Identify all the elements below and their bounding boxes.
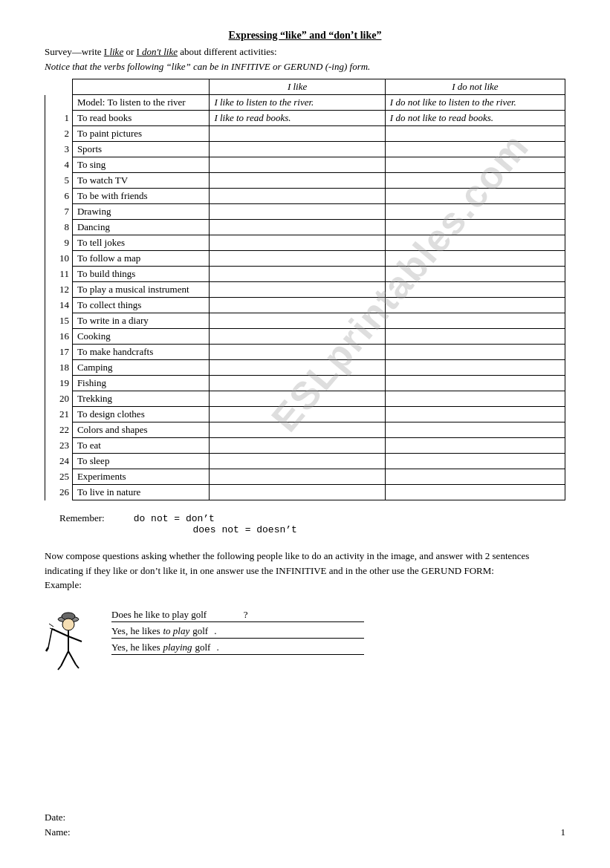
footer: Date: Name: — [45, 812, 565, 838]
table-row: 4To sing — [45, 157, 565, 173]
row-activity: Cooking — [72, 329, 210, 345]
row-activity: To tell jokes — [72, 235, 210, 251]
example-answer1-line: Yes, he likes to play golf. — [111, 625, 364, 639]
example-answer1-prefix: Yes, he likes — [111, 625, 160, 637]
row-activity: Camping — [72, 360, 210, 376]
model-idontlike: I do not like to listen to the river. — [385, 95, 565, 111]
example-answer1-suffix: golf — [192, 625, 208, 637]
table-row: 19Fishing — [45, 376, 565, 391]
table-row: 10To follow a map — [45, 251, 565, 267]
example-label: Example: — [45, 579, 82, 590]
row-activity: Experiments — [72, 469, 210, 485]
compose-section: Now compose questions asking whether the… — [45, 549, 565, 593]
table-row: 5To watch TV — [45, 173, 565, 189]
row-activity: To collect things — [72, 298, 210, 313]
svg-line-5 — [68, 636, 82, 642]
page-number: 1 — [561, 826, 566, 838]
row-activity: Drawing — [72, 204, 210, 220]
table-row: 6To be with friends — [45, 189, 565, 204]
row-activity: To make handcrafts — [72, 345, 210, 360]
row-activity: To eat — [72, 438, 210, 454]
svg-line-9 — [58, 666, 61, 670]
svg-line-11 — [76, 665, 79, 668]
table-row: 8Dancing — [45, 220, 565, 235]
col-header-ilike: I like — [210, 79, 385, 95]
row-activity: To live in nature — [72, 485, 210, 500]
model-ilike: I like to listen to the river. — [210, 95, 385, 111]
remember-label: Remember: — [59, 512, 105, 523]
svg-point-2 — [62, 619, 74, 630]
remember-section: Remember: do not = don’t does not = does… — [59, 512, 565, 535]
example-question: Does he like to play golf — [111, 609, 207, 621]
example-answer2-italic: playing — [163, 642, 192, 653]
example-lines: Does he like to play golf ? Yes, he like… — [111, 603, 364, 655]
table-row: 16Cooking — [45, 329, 565, 345]
row-activity: To build things — [72, 267, 210, 282]
svg-line-6 — [48, 629, 52, 647]
table-row: 25Experiments — [45, 469, 565, 485]
example-answer2-prefix: Yes, he likes — [111, 642, 160, 653]
example-area: Does he like to play golf ? Yes, he like… — [45, 603, 565, 677]
table-row: 2To paint pictures — [45, 126, 565, 142]
footer-date: Date: — [45, 812, 565, 823]
row-activity: To sleep — [72, 454, 210, 469]
table-row: 22Colors and shapes — [45, 422, 565, 438]
row-activity: Trekking — [72, 391, 210, 407]
row1-ilike: I like to read books. — [210, 111, 385, 126]
table-row: 15To write in a diary — [45, 313, 565, 329]
svg-line-7 — [46, 647, 48, 651]
example-answer2-suffix: golf — [195, 642, 211, 653]
row-activity: Sports — [72, 142, 210, 157]
table-row-model: Model: To listen to the river I like to … — [45, 95, 565, 111]
golf-figure — [45, 610, 97, 677]
row-activity: To watch TV — [72, 173, 210, 189]
row1-idontlike: I do not like to read books. — [385, 111, 565, 126]
row-activity: To write in a diary — [72, 313, 210, 329]
svg-line-8 — [61, 651, 68, 666]
table-row: 21To design clothes — [45, 407, 565, 422]
row1-activity: To read books — [72, 111, 210, 126]
row-activity: To design clothes — [72, 407, 210, 422]
row-activity: To be with friends — [72, 189, 210, 204]
row-activity: Colors and shapes — [72, 422, 210, 438]
table-row: 24To sleep — [45, 454, 565, 469]
svg-line-12 — [49, 624, 53, 627]
table-row: 3Sports — [45, 142, 565, 157]
footer-name: Name: — [45, 826, 565, 838]
table-row: 12To play a musical instrument — [45, 282, 565, 298]
remember-line2: does not = doesn’t — [192, 524, 296, 535]
table-row: 23To eat — [45, 438, 565, 454]
row-activity: To play a musical instrument — [72, 282, 210, 298]
row-activity: To paint pictures — [72, 126, 210, 142]
svg-line-10 — [68, 651, 76, 665]
page-title: Expressing “like” and “don’t like” — [45, 30, 565, 42]
example-answer2-line: Yes, he likes playing golf. — [111, 642, 364, 655]
row-activity: Dancing — [72, 220, 210, 235]
table-row: 26To live in nature — [45, 485, 565, 500]
model-activity: Model: To listen to the river — [72, 95, 210, 111]
table-row: 14To collect things — [45, 298, 565, 313]
row-activity: To sing — [72, 157, 210, 173]
subtitle: Survey—write I like or I don't like abou… — [45, 46, 565, 58]
table-row: 18Camping — [45, 360, 565, 376]
remember-line1: do not = don’t — [134, 513, 215, 524]
col-header-idontlike: I do not like — [385, 79, 565, 95]
example-question-line: Does he like to play golf ? — [111, 609, 364, 622]
survey-table: I like I do not like Model: To listen to… — [45, 79, 565, 500]
example-answer1-italic: to play — [163, 625, 190, 637]
table-row: 17To make handcrafts — [45, 345, 565, 360]
table-row: 11To build things — [45, 267, 565, 282]
notice: Notice that the verbs following “like” c… — [45, 61, 565, 73]
table-row: 20Trekking — [45, 391, 565, 407]
row-activity: To follow a map — [72, 251, 210, 267]
table-row: 7Drawing — [45, 204, 565, 220]
table-row: 9To tell jokes — [45, 235, 565, 251]
compose-text: Now compose questions asking whether the… — [45, 550, 529, 576]
row-activity: Fishing — [72, 376, 210, 391]
table-row-1: 1 To read books I like to read books. I … — [45, 111, 565, 126]
